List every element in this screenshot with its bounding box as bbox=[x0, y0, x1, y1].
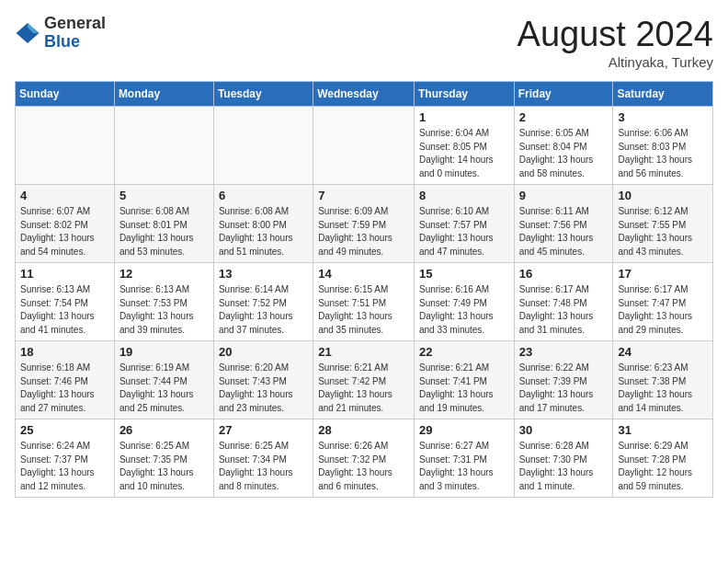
month-title: August 2024 bbox=[518, 15, 713, 54]
day-info: Sunrise: 6:04 AM Sunset: 8:05 PM Dayligh… bbox=[419, 127, 509, 180]
calendar-cell: 28Sunrise: 6:26 AM Sunset: 7:32 PM Dayli… bbox=[313, 419, 415, 498]
calendar-cell: 16Sunrise: 6:17 AM Sunset: 7:48 PM Dayli… bbox=[514, 263, 613, 341]
day-info: Sunrise: 6:17 AM Sunset: 7:47 PM Dayligh… bbox=[618, 283, 708, 337]
calendar-cell: 21Sunrise: 6:21 AM Sunset: 7:42 PM Dayli… bbox=[313, 341, 415, 419]
day-info: Sunrise: 6:13 AM Sunset: 7:53 PM Dayligh… bbox=[119, 283, 209, 337]
day-number: 31 bbox=[618, 423, 708, 437]
day-number: 5 bbox=[119, 189, 209, 202]
calendar-cell: 17Sunrise: 6:17 AM Sunset: 7:47 PM Dayli… bbox=[613, 263, 713, 341]
day-number: 6 bbox=[219, 189, 308, 202]
day-info: Sunrise: 6:17 AM Sunset: 7:48 PM Dayligh… bbox=[519, 283, 609, 337]
calendar-cell bbox=[16, 107, 115, 185]
day-number: 30 bbox=[519, 423, 609, 437]
calendar-cell: 9Sunrise: 6:11 AM Sunset: 7:56 PM Daylig… bbox=[514, 185, 613, 263]
calendar-cell: 7Sunrise: 6:09 AM Sunset: 7:59 PM Daylig… bbox=[313, 185, 415, 263]
day-info: Sunrise: 6:25 AM Sunset: 7:35 PM Dayligh… bbox=[119, 440, 209, 493]
day-info: Sunrise: 6:07 AM Sunset: 8:02 PM Dayligh… bbox=[20, 205, 109, 259]
calendar-cell: 30Sunrise: 6:28 AM Sunset: 7:30 PM Dayli… bbox=[514, 419, 613, 498]
calendar-week-row: 4Sunrise: 6:07 AM Sunset: 8:02 PM Daylig… bbox=[16, 185, 713, 263]
day-number: 11 bbox=[20, 267, 109, 281]
day-number: 7 bbox=[318, 189, 409, 202]
day-info: Sunrise: 6:15 AM Sunset: 7:51 PM Dayligh… bbox=[318, 283, 409, 337]
day-number: 3 bbox=[618, 110, 708, 124]
calendar-week-row: 11Sunrise: 6:13 AM Sunset: 7:54 PM Dayli… bbox=[16, 263, 713, 341]
calendar-cell: 8Sunrise: 6:10 AM Sunset: 7:57 PM Daylig… bbox=[414, 185, 514, 263]
weekday-header-monday: Monday bbox=[114, 82, 213, 107]
calendar-cell bbox=[313, 107, 415, 185]
calendar-cell: 18Sunrise: 6:18 AM Sunset: 7:46 PM Dayli… bbox=[16, 341, 115, 419]
calendar-cell: 27Sunrise: 6:25 AM Sunset: 7:34 PM Dayli… bbox=[213, 419, 313, 498]
calendar-cell: 24Sunrise: 6:23 AM Sunset: 7:38 PM Dayli… bbox=[613, 341, 713, 419]
day-info: Sunrise: 6:29 AM Sunset: 7:28 PM Dayligh… bbox=[618, 440, 708, 493]
day-number: 20 bbox=[219, 345, 308, 359]
calendar-cell bbox=[213, 107, 313, 185]
calendar-cell: 1Sunrise: 6:04 AM Sunset: 8:05 PM Daylig… bbox=[414, 107, 514, 185]
day-info: Sunrise: 6:21 AM Sunset: 7:42 PM Dayligh… bbox=[318, 362, 409, 415]
day-number: 17 bbox=[618, 267, 708, 281]
logo-blue-text: Blue bbox=[44, 32, 80, 51]
weekday-header-tuesday: Tuesday bbox=[213, 82, 313, 107]
calendar-cell: 20Sunrise: 6:20 AM Sunset: 7:43 PM Dayli… bbox=[213, 341, 313, 419]
day-info: Sunrise: 6:11 AM Sunset: 7:56 PM Dayligh… bbox=[519, 205, 609, 259]
day-info: Sunrise: 6:20 AM Sunset: 7:43 PM Dayligh… bbox=[219, 362, 308, 415]
calendar-cell: 2Sunrise: 6:05 AM Sunset: 8:04 PM Daylig… bbox=[514, 107, 613, 185]
day-number: 18 bbox=[20, 345, 109, 359]
day-number: 27 bbox=[219, 423, 308, 437]
day-number: 23 bbox=[519, 345, 609, 359]
day-number: 10 bbox=[618, 189, 708, 202]
weekday-header-wednesday: Wednesday bbox=[313, 82, 415, 107]
page-header: General Blue August 2024 Altinyaka, Turk… bbox=[15, 15, 713, 70]
calendar-cell: 10Sunrise: 6:12 AM Sunset: 7:55 PM Dayli… bbox=[613, 185, 713, 263]
day-info: Sunrise: 6:06 AM Sunset: 8:03 PM Dayligh… bbox=[618, 127, 708, 180]
logo-icon bbox=[15, 20, 40, 46]
calendar-body: 1Sunrise: 6:04 AM Sunset: 8:05 PM Daylig… bbox=[16, 107, 713, 498]
day-info: Sunrise: 6:25 AM Sunset: 7:34 PM Dayligh… bbox=[219, 440, 308, 493]
title-block: August 2024 Altinyaka, Turkey bbox=[518, 15, 713, 70]
day-info: Sunrise: 6:23 AM Sunset: 7:38 PM Dayligh… bbox=[618, 362, 708, 415]
day-number: 28 bbox=[318, 423, 409, 437]
calendar-cell: 29Sunrise: 6:27 AM Sunset: 7:31 PM Dayli… bbox=[414, 419, 514, 498]
day-info: Sunrise: 6:21 AM Sunset: 7:41 PM Dayligh… bbox=[419, 362, 509, 415]
calendar-cell: 13Sunrise: 6:14 AM Sunset: 7:52 PM Dayli… bbox=[213, 263, 313, 341]
weekday-header-sunday: Sunday bbox=[16, 82, 115, 107]
day-number: 8 bbox=[419, 189, 509, 202]
calendar-cell: 22Sunrise: 6:21 AM Sunset: 7:41 PM Dayli… bbox=[414, 341, 514, 419]
calendar-week-row: 18Sunrise: 6:18 AM Sunset: 7:46 PM Dayli… bbox=[16, 341, 713, 419]
calendar-week-row: 25Sunrise: 6:24 AM Sunset: 7:37 PM Dayli… bbox=[16, 419, 713, 498]
calendar-cell: 31Sunrise: 6:29 AM Sunset: 7:28 PM Dayli… bbox=[613, 419, 713, 498]
weekday-header-row: SundayMondayTuesdayWednesdayThursdayFrid… bbox=[16, 82, 713, 107]
day-info: Sunrise: 6:19 AM Sunset: 7:44 PM Dayligh… bbox=[119, 362, 209, 415]
day-number: 14 bbox=[318, 267, 409, 281]
logo-general-text: General bbox=[44, 14, 106, 32]
calendar-cell: 14Sunrise: 6:15 AM Sunset: 7:51 PM Dayli… bbox=[313, 263, 415, 341]
day-number: 9 bbox=[519, 189, 609, 202]
day-info: Sunrise: 6:16 AM Sunset: 7:49 PM Dayligh… bbox=[419, 283, 509, 337]
day-info: Sunrise: 6:18 AM Sunset: 7:46 PM Dayligh… bbox=[20, 362, 109, 415]
day-number: 1 bbox=[419, 110, 509, 124]
day-info: Sunrise: 6:28 AM Sunset: 7:30 PM Dayligh… bbox=[519, 440, 609, 493]
day-info: Sunrise: 6:12 AM Sunset: 7:55 PM Dayligh… bbox=[618, 205, 708, 259]
calendar-week-row: 1Sunrise: 6:04 AM Sunset: 8:05 PM Daylig… bbox=[16, 107, 713, 185]
day-info: Sunrise: 6:22 AM Sunset: 7:39 PM Dayligh… bbox=[519, 362, 609, 415]
logo: General Blue bbox=[15, 15, 106, 52]
day-number: 24 bbox=[618, 345, 708, 359]
day-number: 22 bbox=[419, 345, 509, 359]
day-info: Sunrise: 6:24 AM Sunset: 7:37 PM Dayligh… bbox=[20, 440, 109, 493]
location-subtitle: Altinyaka, Turkey bbox=[518, 54, 713, 70]
calendar-cell: 4Sunrise: 6:07 AM Sunset: 8:02 PM Daylig… bbox=[16, 185, 115, 263]
day-number: 19 bbox=[119, 345, 209, 359]
calendar-cell: 3Sunrise: 6:06 AM Sunset: 8:03 PM Daylig… bbox=[613, 107, 713, 185]
day-info: Sunrise: 6:05 AM Sunset: 8:04 PM Dayligh… bbox=[519, 127, 609, 180]
calendar-table: SundayMondayTuesdayWednesdayThursdayFrid… bbox=[15, 81, 713, 498]
calendar-cell: 15Sunrise: 6:16 AM Sunset: 7:49 PM Dayli… bbox=[414, 263, 514, 341]
calendar-cell: 6Sunrise: 6:08 AM Sunset: 8:00 PM Daylig… bbox=[213, 185, 313, 263]
day-info: Sunrise: 6:10 AM Sunset: 7:57 PM Dayligh… bbox=[419, 205, 509, 259]
weekday-header-saturday: Saturday bbox=[613, 82, 713, 107]
day-number: 15 bbox=[419, 267, 509, 281]
weekday-header-friday: Friday bbox=[514, 82, 613, 107]
calendar-cell bbox=[114, 107, 213, 185]
day-number: 16 bbox=[519, 267, 609, 281]
day-info: Sunrise: 6:14 AM Sunset: 7:52 PM Dayligh… bbox=[219, 283, 308, 337]
day-number: 4 bbox=[20, 189, 109, 202]
day-number: 2 bbox=[519, 110, 609, 124]
